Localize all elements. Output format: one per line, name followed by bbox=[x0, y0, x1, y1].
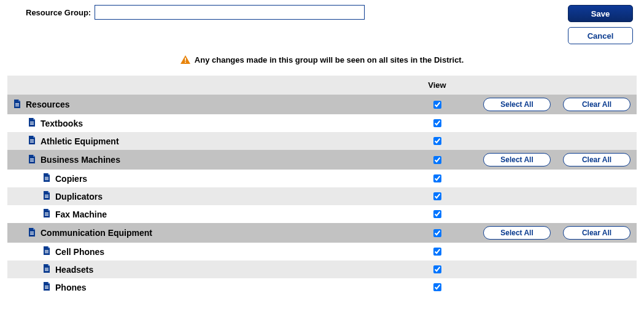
table-row: Duplicators bbox=[7, 187, 637, 205]
svg-rect-31 bbox=[45, 270, 48, 271]
table-header-row: View bbox=[7, 76, 637, 95]
view-checkbox[interactable] bbox=[433, 156, 441, 164]
row-view-cell bbox=[397, 132, 477, 150]
col-clear bbox=[557, 76, 637, 95]
svg-rect-21 bbox=[45, 214, 48, 214]
document-icon bbox=[27, 154, 37, 166]
header-row: Resource Group: Save Cancel bbox=[0, 0, 644, 44]
view-checkbox[interactable] bbox=[433, 192, 441, 200]
clear-all-button[interactable]: Clear All bbox=[563, 153, 630, 166]
row-label: Phones bbox=[55, 283, 87, 292]
table-row: Athletic Equipment bbox=[7, 132, 637, 150]
svg-rect-2 bbox=[15, 103, 19, 104]
row-label: Cell Phones bbox=[55, 247, 104, 257]
row-view-cell bbox=[397, 278, 477, 296]
warning-row: Any changes made in this group will be s… bbox=[0, 44, 644, 76]
resource-group-field: Resource Group: bbox=[26, 5, 365, 20]
view-checkbox[interactable] bbox=[433, 283, 441, 291]
svg-rect-27 bbox=[45, 251, 48, 252]
row-select-cell bbox=[477, 170, 557, 187]
row-name-cell: Resources bbox=[7, 95, 397, 114]
svg-rect-13 bbox=[30, 161, 34, 162]
svg-rect-15 bbox=[45, 178, 48, 179]
svg-rect-23 bbox=[30, 232, 34, 232]
document-icon bbox=[42, 246, 52, 257]
table-row: Fax Machine bbox=[7, 205, 637, 223]
svg-rect-22 bbox=[45, 215, 48, 216]
clear-all-button[interactable]: Clear All bbox=[563, 98, 630, 111]
row-name-cell: Textbooks bbox=[7, 114, 397, 132]
row-clear-cell: Clear All bbox=[557, 150, 637, 170]
save-button[interactable]: Save bbox=[568, 5, 633, 22]
view-checkbox[interactable] bbox=[433, 119, 441, 127]
view-checkbox[interactable] bbox=[433, 248, 441, 256]
select-all-button[interactable]: Select All bbox=[483, 153, 551, 166]
row-select-cell bbox=[477, 114, 557, 132]
row-label: Duplicators bbox=[55, 192, 103, 202]
row-label: Business Machines bbox=[41, 155, 120, 165]
row-clear-cell bbox=[557, 260, 637, 278]
svg-rect-30 bbox=[45, 269, 48, 270]
row-name-cell: Phones bbox=[7, 278, 397, 296]
resource-table: View ResourcesSelect AllClear AllTextboo… bbox=[7, 76, 637, 296]
document-icon bbox=[27, 135, 37, 147]
row-name-cell: Business Machines bbox=[7, 150, 397, 170]
table-row: Phones bbox=[7, 278, 637, 296]
col-view: View bbox=[397, 76, 477, 95]
svg-rect-5 bbox=[30, 122, 34, 122]
warning-icon bbox=[180, 55, 190, 66]
row-name-cell: Athletic Equipment bbox=[7, 132, 397, 150]
row-clear-cell bbox=[557, 132, 637, 150]
action-buttons: Save Cancel bbox=[568, 5, 637, 44]
svg-rect-24 bbox=[30, 233, 34, 233]
svg-rect-26 bbox=[45, 250, 48, 251]
svg-rect-34 bbox=[45, 288, 48, 289]
row-view-cell bbox=[397, 170, 477, 187]
clear-all-button[interactable]: Clear All bbox=[563, 226, 630, 240]
view-checkbox[interactable] bbox=[433, 210, 441, 218]
row-clear-cell bbox=[557, 205, 637, 223]
row-label: Communication Equipment bbox=[41, 228, 152, 238]
document-icon bbox=[42, 264, 52, 275]
row-view-cell bbox=[397, 95, 477, 114]
row-select-cell: Select All bbox=[477, 223, 557, 243]
row-label: Resources bbox=[26, 100, 70, 109]
svg-rect-7 bbox=[30, 124, 34, 125]
cancel-button[interactable]: Cancel bbox=[568, 27, 633, 44]
resource-group-input[interactable] bbox=[95, 5, 365, 20]
document-icon bbox=[42, 173, 52, 184]
document-icon bbox=[27, 117, 37, 129]
view-checkbox[interactable] bbox=[433, 137, 441, 145]
view-checkbox[interactable] bbox=[433, 174, 441, 182]
svg-rect-12 bbox=[30, 160, 34, 160]
svg-rect-19 bbox=[45, 197, 48, 198]
table-row: Cell Phones bbox=[7, 243, 637, 260]
svg-rect-11 bbox=[30, 158, 34, 159]
select-all-button[interactable]: Select All bbox=[483, 226, 551, 240]
view-checkbox[interactable] bbox=[433, 229, 441, 237]
svg-rect-0 bbox=[185, 58, 186, 61]
document-icon bbox=[27, 227, 37, 239]
resource-table-wrap: View ResourcesSelect AllClear AllTextboo… bbox=[0, 76, 644, 296]
svg-rect-14 bbox=[45, 177, 48, 178]
svg-rect-17 bbox=[45, 195, 48, 195]
svg-rect-25 bbox=[30, 234, 34, 235]
row-select-cell: Select All bbox=[477, 95, 557, 114]
row-name-cell: Cell Phones bbox=[7, 243, 397, 260]
document-icon bbox=[12, 99, 22, 111]
view-checkbox[interactable] bbox=[433, 101, 441, 109]
row-clear-cell bbox=[557, 114, 637, 132]
table-row: Communication EquipmentSelect AllClear A… bbox=[7, 223, 637, 243]
table-row: Headsets bbox=[7, 260, 637, 278]
row-name-cell: Duplicators bbox=[7, 187, 397, 205]
row-select-cell bbox=[477, 132, 557, 150]
row-name-cell: Fax Machine bbox=[7, 205, 397, 223]
row-clear-cell bbox=[557, 187, 637, 205]
document-icon bbox=[42, 281, 52, 293]
select-all-button[interactable]: Select All bbox=[483, 98, 551, 111]
row-select-cell bbox=[477, 187, 557, 205]
row-clear-cell: Clear All bbox=[557, 223, 637, 243]
view-checkbox[interactable] bbox=[433, 265, 441, 273]
row-select-cell bbox=[477, 205, 557, 223]
svg-rect-28 bbox=[45, 252, 48, 253]
